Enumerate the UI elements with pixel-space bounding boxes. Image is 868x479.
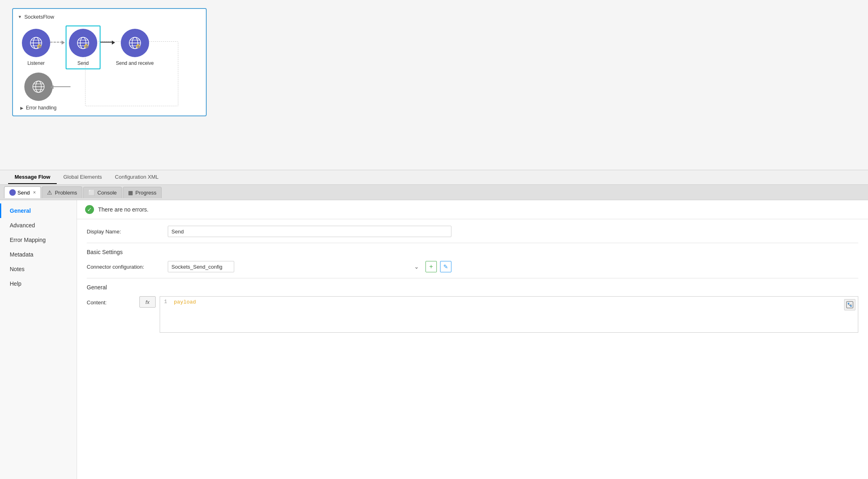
svg-rect-27 bbox=[848, 303, 849, 304]
flow-panel: ▼ SocketsFlow bbox=[12, 8, 207, 116]
gray-node[interactable] bbox=[24, 73, 53, 101]
svg-rect-26 bbox=[847, 302, 853, 308]
divider-basic bbox=[87, 243, 858, 243]
bottom-panel: Send × ⚠ Problems ⬜ Console ▦ Progress G… bbox=[0, 185, 868, 479]
flow-title: SocketsFlow bbox=[24, 14, 54, 20]
send-selected-box: ⚙ Send bbox=[66, 26, 100, 69]
connector-config-row: Connector configuration: Sockets_Send_co… bbox=[87, 261, 858, 272]
send-node[interactable]: ⚙ Send bbox=[66, 26, 100, 69]
code-line-1: 1 payload bbox=[160, 297, 858, 308]
console-tab-icon: ⬜ bbox=[88, 190, 95, 196]
sub-tab-console[interactable]: ⬜ Console bbox=[83, 187, 122, 198]
tab-global-elements[interactable]: Global Elements bbox=[57, 171, 108, 184]
send-circle: ⚙ bbox=[69, 29, 97, 57]
tab-message-flow[interactable]: Message Flow bbox=[8, 171, 57, 184]
send-label: Send bbox=[77, 60, 89, 66]
send-tab-icon bbox=[9, 189, 16, 196]
collapse-triangle-icon[interactable]: ▼ bbox=[18, 15, 22, 19]
expand-icon: ▶ bbox=[20, 106, 24, 110]
display-name-row: Display Name: bbox=[87, 226, 858, 237]
sub-tab-progress[interactable]: ▦ Progress bbox=[123, 187, 162, 198]
display-name-label: Display Name: bbox=[87, 229, 168, 235]
listener-node[interactable]: ⚙ Listener bbox=[22, 29, 50, 66]
send-receive-label: Send and receive bbox=[116, 60, 154, 66]
listener-circle: ⚙ bbox=[22, 29, 50, 57]
sub-tabs: Send × ⚠ Problems ⬜ Console ▦ Progress bbox=[0, 185, 868, 200]
edit-config-button[interactable]: ✎ bbox=[440, 261, 451, 272]
chevron-down-icon: ⌄ bbox=[414, 263, 419, 270]
sub-tab-problems[interactable]: ⚠ Problems bbox=[42, 186, 82, 198]
status-ok-icon: ✓ bbox=[85, 205, 94, 214]
tab-configuration-xml[interactable]: Configuration XML bbox=[109, 171, 165, 184]
sidebar-nav: General Advanced Error Mapping Metadata … bbox=[0, 200, 77, 479]
line-number-1: 1 bbox=[164, 299, 174, 305]
divider-general bbox=[87, 278, 858, 278]
content-label: Content: bbox=[87, 296, 135, 306]
progress-tab-icon: ▦ bbox=[128, 190, 133, 196]
connector-select[interactable]: Sockets_Send_config bbox=[168, 261, 234, 272]
connector-select-wrapper: Sockets_Send_config ⌄ bbox=[168, 261, 422, 272]
svg-rect-28 bbox=[850, 305, 852, 307]
sub-tab-console-label: Console bbox=[97, 190, 117, 196]
main-container: ▼ SocketsFlow bbox=[0, 0, 868, 479]
send-receive-circle: ⚙ bbox=[121, 29, 149, 57]
connector-config-label: Connector configuration: bbox=[87, 264, 168, 270]
nav-error-mapping[interactable]: Error Mapping bbox=[0, 233, 77, 247]
nav-advanced[interactable]: Advanced bbox=[0, 218, 77, 233]
code-content-payload: payload bbox=[174, 299, 196, 305]
display-name-input[interactable] bbox=[168, 226, 451, 237]
basic-settings-title: Basic Settings bbox=[87, 249, 858, 255]
status-bar: ✓ There are no errors. bbox=[77, 200, 868, 219]
panel-content: General Advanced Error Mapping Metadata … bbox=[0, 200, 868, 479]
fx-button[interactable]: fx bbox=[139, 296, 156, 308]
nav-notes[interactable]: Notes bbox=[0, 262, 77, 276]
problems-tab-icon: ⚠ bbox=[47, 189, 52, 196]
sub-tab-send[interactable]: Send × bbox=[4, 186, 41, 198]
general-section-title: General bbox=[87, 284, 858, 291]
content-row: Content: fx 1 payload bbox=[87, 296, 858, 333]
tabs-bar: Message Flow Global Elements Configurati… bbox=[0, 170, 868, 185]
add-config-button[interactable]: + bbox=[425, 261, 437, 272]
right-content: ✓ There are no errors. Display Name: Bas… bbox=[77, 200, 868, 479]
flow-panel-title: ▼ SocketsFlow bbox=[18, 14, 201, 20]
sub-tab-send-close[interactable]: × bbox=[33, 190, 36, 195]
svg-text:⚙: ⚙ bbox=[137, 45, 139, 49]
nav-general[interactable]: General bbox=[0, 203, 77, 218]
send-receive-node[interactable]: ⚙ Send and receive bbox=[116, 29, 154, 66]
svg-text:⚙: ⚙ bbox=[85, 45, 88, 49]
code-editor[interactable]: 1 payload bbox=[160, 296, 858, 333]
nav-metadata[interactable]: Metadata bbox=[0, 247, 77, 262]
code-expand-icon[interactable] bbox=[844, 299, 855, 310]
listener-label: Listener bbox=[28, 60, 45, 66]
gray-circle bbox=[24, 73, 53, 101]
form-section: Display Name: Basic Settings Connector c… bbox=[77, 219, 868, 339]
canvas-area: ▼ SocketsFlow bbox=[0, 0, 868, 170]
sub-tab-send-label: Send bbox=[17, 190, 30, 196]
sub-tab-problems-label: Problems bbox=[55, 190, 77, 196]
status-text: There are no errors. bbox=[98, 206, 149, 213]
nav-help[interactable]: Help bbox=[0, 276, 77, 291]
error-handling-label: Error handling bbox=[26, 105, 56, 111]
svg-text:⚙: ⚙ bbox=[38, 45, 41, 49]
sub-tab-progress-label: Progress bbox=[135, 190, 156, 196]
